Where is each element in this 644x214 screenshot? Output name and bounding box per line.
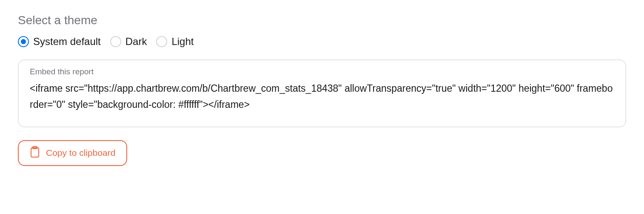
copy-button-label: Copy to clipboard [46,148,115,158]
theme-option-dark[interactable]: Dark [110,36,147,48]
embed-label: Embed this report [30,67,614,76]
radio-unselected-icon [110,36,121,47]
theme-option-label: System default [33,36,101,48]
copy-to-clipboard-button[interactable]: Copy to clipboard [18,140,127,166]
theme-option-light[interactable]: Light [156,36,194,48]
clipboard-icon [30,146,40,160]
theme-option-label: Dark [125,36,147,48]
svg-rect-0 [31,148,39,157]
radio-unselected-icon [156,36,167,47]
theme-heading: Select a theme [18,14,626,27]
theme-radio-group: System default Dark Light [18,36,626,48]
theme-option-label: Light [171,36,194,48]
embed-code-content: <iframe src="https://app.chartbrew.com/b… [30,81,614,113]
embed-code-box[interactable]: Embed this report <iframe src="https://a… [18,59,626,127]
theme-option-system-default[interactable]: System default [18,36,101,48]
radio-selected-icon [18,36,29,47]
